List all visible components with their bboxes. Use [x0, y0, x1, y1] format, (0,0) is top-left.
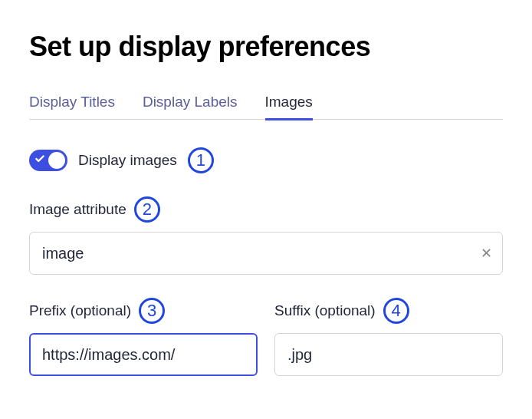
clear-icon[interactable]: ✕ — [481, 246, 492, 260]
annotation-2: 2 — [134, 196, 160, 223]
prefix-input[interactable] — [29, 333, 258, 376]
annotation-1: 1 — [188, 147, 214, 173]
annotation-4: 4 — [383, 298, 409, 324]
display-images-toggle[interactable] — [29, 150, 67, 171]
image-attribute-label: Image attribute — [29, 201, 126, 218]
tabs: Display Titles Display Labels Images — [29, 94, 503, 120]
prefix-label: Prefix (optional) — [29, 302, 131, 319]
display-images-label: Display images — [78, 152, 177, 169]
toggle-knob — [48, 152, 65, 169]
page-title: Set up display preferences — [29, 31, 503, 63]
suffix-input[interactable] — [274, 333, 503, 376]
annotation-3: 3 — [139, 298, 165, 324]
tab-display-titles[interactable]: Display Titles — [29, 94, 115, 120]
tab-display-labels[interactable]: Display Labels — [143, 94, 238, 120]
image-attribute-input[interactable] — [29, 232, 503, 275]
suffix-label: Suffix (optional) — [274, 302, 376, 319]
check-icon — [34, 153, 45, 167]
tab-images[interactable]: Images — [265, 94, 313, 120]
